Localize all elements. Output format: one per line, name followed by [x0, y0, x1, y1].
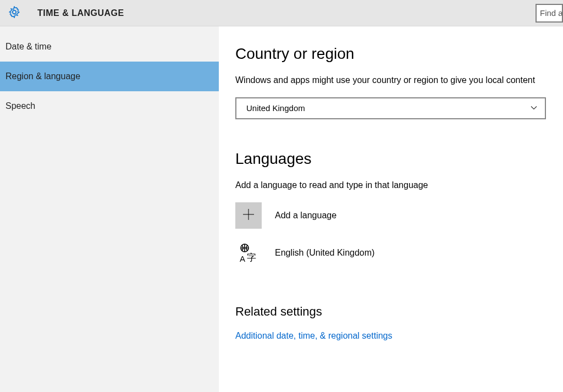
language-icon: A 字: [235, 240, 262, 266]
svg-text:A: A: [240, 254, 245, 263]
sidebar-item-label: Region & language: [5, 71, 80, 81]
country-dropdown-value: United Kingdom: [246, 103, 305, 113]
related-settings-link[interactable]: Additional date, time, & regional settin…: [235, 331, 393, 340]
chevron-down-icon: [531, 103, 537, 113]
region-section-desc: Windows and apps might use your country …: [235, 74, 547, 87]
language-item-row[interactable]: A 字 English (United Kingdom): [235, 240, 547, 266]
sidebar-item-label: Date & time: [5, 42, 52, 51]
languages-section-desc: Add a language to read and type in that …: [235, 179, 547, 192]
plus-icon: [242, 208, 255, 223]
main-layout: Date & time Region & language Speech Cou…: [0, 26, 563, 392]
header-left-group: TIME & LANGUAGE: [8, 5, 124, 21]
sidebar-item-date-time[interactable]: Date & time: [0, 32, 219, 62]
search-placeholder-text: Find a: [540, 8, 563, 18]
region-section-title: Country or region: [235, 45, 547, 63]
sidebar-item-label: Speech: [5, 101, 35, 111]
content-area: Country or region Windows and apps might…: [219, 26, 563, 392]
gear-icon: [8, 5, 21, 21]
sidebar-item-region-language[interactable]: Region & language: [0, 62, 219, 91]
add-language-row[interactable]: Add a language: [235, 202, 547, 229]
svg-text:字: 字: [247, 252, 256, 263]
sidebar-item-speech[interactable]: Speech: [0, 91, 219, 121]
add-language-tile[interactable]: [235, 202, 262, 229]
page-title: TIME & LANGUAGE: [37, 8, 124, 18]
language-item-label: English (United Kingdom): [275, 248, 374, 258]
languages-section-title: Languages: [235, 150, 547, 168]
add-language-label: Add a language: [275, 211, 336, 220]
related-settings-title: Related settings: [235, 305, 547, 319]
app-header: TIME & LANGUAGE Find a: [0, 0, 563, 26]
country-dropdown[interactable]: United Kingdom: [235, 97, 546, 119]
sidebar: Date & time Region & language Speech: [0, 26, 219, 392]
svg-point-0: [13, 10, 16, 13]
search-input[interactable]: Find a: [536, 4, 563, 23]
